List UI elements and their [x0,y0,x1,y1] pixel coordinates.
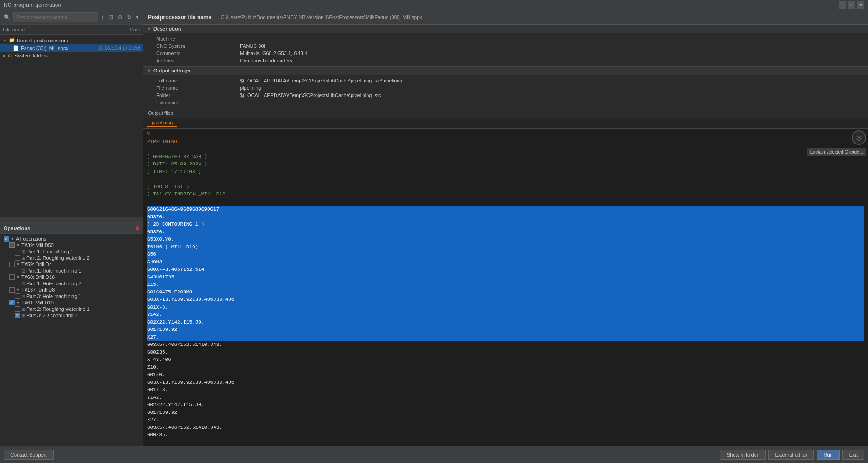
horizontal-scrollbar[interactable] [0,217,143,222]
code-line[interactable]: G02X22.Y142.I15.J0. [147,401,864,409]
ops-item-t60[interactable]: ▼ T#60: Drill D16 [0,274,143,280]
code-line[interactable]: ( TOOLS LIST ) [147,183,864,191]
explain-gcode-button[interactable]: Explain selected G code... [807,148,866,156]
code-line[interactable]: G53Z0. [147,228,864,236]
code-line[interactable]: G03X-13.Y139.92I30.406J30.406 [147,379,864,386]
code-line[interactable]: ( T61 CYLINDRICAL_MILL D10 ) [147,190,864,198]
export-icon[interactable]: ↑ [100,13,106,21]
search-input[interactable] [13,12,98,22]
t137-checkbox[interactable] [9,287,15,293]
close-button[interactable]: ✕ [857,1,864,9]
code-line[interactable]: G00Z35. [147,431,864,439]
ops-item-t39-p1[interactable]: ⊞ Part 1: Face Milling 1 [0,248,143,255]
ops-item-t39[interactable]: ▼ T#39: Mill D50 [0,242,143,248]
code-line[interactable]: S40M3 [147,258,864,266]
all-ops-checkbox[interactable]: ✓ [4,236,9,242]
ops-item-all[interactable]: ✓ ▼ All operations [0,236,143,242]
t61-p3-checkbox[interactable]: ✓ [15,313,20,318]
code-line[interactable] [147,145,864,153]
show-in-folder-button[interactable]: Show in folder [720,450,766,460]
output-settings-section: ▼ Output settings Full name $(LOCAL_APPD… [143,67,868,108]
delete-icon[interactable]: ⊖ [116,13,124,21]
code-line[interactable] [147,198,864,206]
system-folders-section[interactable]: ▶ 🗂 System folders [0,52,143,59]
code-line[interactable]: G56 [147,251,864,258]
run-button[interactable]: Run [817,450,839,460]
code-line[interactable]: G01X-8. [147,386,864,394]
code-line[interactable]: Y142. [147,311,864,319]
code-line[interactable]: G02X22.Y142.I15.J0. [147,319,864,326]
minimize-button[interactable]: ─ [839,1,846,9]
postprocessor-tree[interactable]: ▼ 📁 Recent postprocessors 📄 Fanuc (30i)_… [0,35,143,217]
code-line[interactable]: G01Y139.92 [147,409,864,417]
ops-item-t60-p1[interactable]: ⊡ Part 1: Hole machining 2 [0,280,143,287]
code-line[interactable]: T61M6 ( MILL D10) [147,243,864,251]
code-line[interactable]: ( TIME: 17:11:08 ) [147,168,864,176]
code-line[interactable]: G00G21G40G49G69G80G90G17 [147,206,864,213]
t59-p1-checkbox[interactable] [15,268,20,273]
postprocessor-header: Postprocessor file name C:\Users\Public\… [143,10,868,25]
exit-button[interactable]: Exit [842,450,864,460]
add-folder-icon[interactable]: ⊞ [107,13,115,21]
code-line[interactable]: ( GENERATED BY CAM ) [147,153,864,161]
t61-checkbox[interactable]: ✓ [9,300,15,305]
code-line[interactable]: Z10. [147,364,864,371]
code-line[interactable]: G53Z0. [147,213,864,221]
t60-p1-checkbox[interactable] [15,281,20,286]
operations-title: Operations [4,226,30,231]
ai-button[interactable]: ◎ [852,130,866,145]
code-line[interactable]: ( DATE: 05.09.2024 ) [147,160,864,168]
code-line[interactable]: G01Z0. [147,371,864,379]
code-line[interactable]: X27. [147,334,864,341]
code-line[interactable]: G03X57.406Y152.514I0.J43. [147,424,864,432]
t61-p2-checkbox[interactable] [15,306,20,312]
t60-checkbox[interactable] [9,274,15,280]
operations-tree[interactable]: ✓ ▼ All operations ▼ T#39: Mill D50 ⊞ Pa… [0,234,143,446]
code-line[interactable]: ( 2D CONTOURING 1 ) [147,221,864,228]
t60-p1-label: Part 1: Hole machining 2 [26,281,81,286]
ops-item-t61[interactable]: ✓ ▼ T#61: Mill D10 [0,299,143,306]
pipelining-tab[interactable]: pipelining [147,119,177,127]
operations-header[interactable]: Operations [0,223,143,234]
ops-item-t137[interactable]: ▼ T#137: Drill D8 [0,287,143,293]
code-line[interactable]: X27. [147,416,864,424]
ops-item-t137-p3[interactable]: ⊡ Part 3: Hole machining 1 [0,293,143,299]
recent-file-item[interactable]: 📄 Fanuc (30i)_Mill.sppx 01.08.2024 17:20… [0,44,143,52]
code-line[interactable]: G03X-13.Y139.92I30.406J30.406 [147,296,864,304]
code-area: %PIPELINING ( GENERATED BY CAM )( DATE: … [143,129,868,446]
code-line[interactable] [147,175,864,183]
maximize-button[interactable]: □ [848,1,855,9]
recent-postprocessors-section[interactable]: ▼ 📁 Recent postprocessors [0,36,143,44]
code-line[interactable]: Z15. [147,281,864,288]
t39-p2-checkbox[interactable] [15,255,20,261]
t39-checkbox[interactable] [9,242,15,248]
ops-item-t59-p1[interactable]: ⊡ Part 1: Hole machining 1 [0,268,143,274]
code-line[interactable]: Y142. [147,394,864,401]
code-line[interactable]: G01G94Z5.F200M8 [147,288,864,296]
code-line[interactable]: G00X-43.406Y152.514 [147,266,864,273]
external-editor-button[interactable]: External editor [768,450,814,460]
chevron-right-icon: ▶ [3,53,6,58]
code-line[interactable]: % [147,130,864,138]
code-line[interactable]: PIPELINING [147,138,864,146]
refresh-icon[interactable]: ↻ [125,13,133,21]
t59-checkbox[interactable] [9,262,15,267]
code-line[interactable]: G53X0.Y0. [147,236,864,243]
more-icon[interactable]: ▾ [134,13,140,21]
output-settings-header[interactable]: ▼ Output settings [143,67,868,75]
code-line[interactable]: G01X-8. [147,304,864,311]
code-line[interactable]: G01Y139.92 [147,326,864,334]
code-line[interactable]: G00Z35. [147,349,864,356]
t137-p3-checkbox[interactable] [15,293,20,299]
ops-item-t61-p3[interactable]: ✓ ⊞ Part 3: 2D contouring 1 [0,312,143,319]
code-line[interactable]: G43H61Z35. [147,273,864,281]
ops-item-t59[interactable]: ▼ T#59: Drill D4 [0,261,143,268]
code-line[interactable]: X-43.406 [147,356,864,364]
code-line[interactable]: G03X57.406Y152.514I0.J43. [147,341,864,349]
ops-item-t61-p2[interactable]: ⊞ Part 2: Roughing waterline 1 [0,306,143,312]
contact-support-button[interactable]: Contact Support [4,450,54,460]
ops-item-t39-p2[interactable]: ⊞ Part 2: Roughing waterline 2 [0,255,143,261]
t39-p1-checkbox[interactable] [15,249,20,254]
code-content[interactable]: %PIPELINING ( GENERATED BY CAM )( DATE: … [143,129,868,446]
description-section-header[interactable]: ▼ Description [143,25,868,33]
